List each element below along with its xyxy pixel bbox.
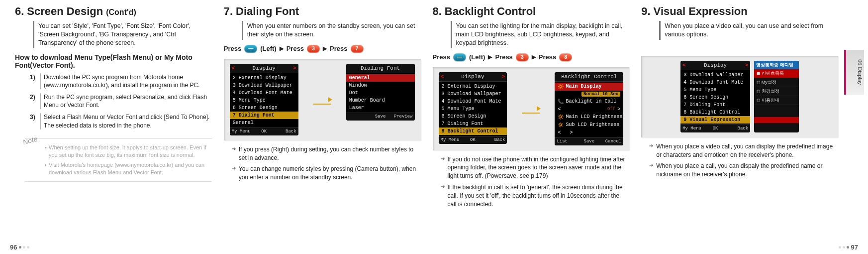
bullet-item: You can change numeric styles by pressin… — [232, 165, 421, 182]
bullet-item: If you do not use the phone with in the … — [441, 155, 630, 180]
key-3-icon: 3 — [307, 45, 320, 53]
menu-row: 📞 Backlight in Call — [555, 98, 623, 106]
phone-screen-display: <Display> 2 External Display 3 Download … — [230, 64, 298, 135]
option-row-selected: ◼ 컨텐츠목록 — [754, 69, 799, 78]
section-number: 9. — [641, 5, 650, 18]
page-dots-icon — [19, 246, 29, 249]
note-block: Note When setting up the font size, it a… — [25, 138, 212, 182]
section-6-subhead: How to download Menu Type(Flash Menu) or… — [15, 53, 212, 69]
phone-screen-backlight: Backlight Control 🔆 Main Display Normal·… — [555, 72, 623, 145]
note-item: Visit Motorola's homepage (www.mymotorol… — [45, 161, 212, 177]
menu-row-selected: 8 Backlight Control — [439, 127, 507, 135]
section-number: 6. — [15, 5, 24, 18]
bullet-item: When you place a video call, you can dis… — [649, 142, 838, 159]
phone-screen-options: 영상통화중 에디팅 ◼ 컨텐츠목록 ◻ My설정 ◻ 환경설정 ◻ 이용안내 — [754, 61, 799, 132]
page-number-right: 97 — [839, 244, 858, 251]
arrow-icon: ▶ — [488, 54, 492, 60]
phone-screenshot-pair: <Display> 2 External Display 3 Download … — [224, 59, 421, 140]
phone-screen-dialing-font: Dialing Font General Window Dot Number B… — [346, 64, 415, 121]
menu-row: Window — [346, 82, 415, 89]
menu-subrow: General — [230, 119, 298, 127]
menu-row: 3 Download Wallpaper — [680, 71, 750, 79]
menu-row: 4 Download Font Mate — [680, 79, 750, 86]
section-title-suffix: (Cont'd) — [106, 8, 136, 17]
step-2: Run the PC sync program, select Personal… — [30, 93, 212, 109]
arrow-icon: ▶ — [323, 45, 327, 52]
section-8-bullets: If you do not use the phone with in the … — [441, 155, 630, 209]
menu-row: 4 Download Font Mate — [230, 89, 298, 97]
menu-row: 6 Screen Design — [439, 113, 507, 120]
section-7-intro: When you enter numbers on the standby sc… — [242, 21, 421, 40]
section-title-text: Screen Design — [27, 5, 103, 18]
bullet-item: If the backlight in call is set to 'gene… — [441, 183, 630, 208]
section-title-text: Backlight Control — [445, 5, 536, 18]
menu-row: 🔆 Main LCD Brightness — [555, 113, 623, 121]
section-6-steps: Download the PC sync program from Motoro… — [15, 73, 212, 129]
page-number-left: 96 — [10, 244, 29, 251]
arrow-icon: ▶ — [532, 54, 536, 60]
page-dots-icon — [839, 246, 849, 249]
menu-row: 2 External Display — [230, 74, 298, 82]
section-6-intro: You can set 'Style', 'Font Type', 'Font … — [33, 21, 212, 48]
section-9-title: 9. Visual Expression — [641, 5, 838, 18]
menu-row: 7 Dialing Font — [439, 120, 507, 127]
arrow-icon — [313, 95, 331, 105]
section-9-intro: When you place a video call, you can use… — [659, 21, 838, 40]
menu-row: < > — [555, 129, 623, 136]
section-6-title: 6. Screen Design (Cont'd) — [15, 5, 212, 18]
phone-screen-display: <Display> 3 Download Wallpaper 4 Downloa… — [680, 61, 750, 132]
side-tab: 06 Display — [844, 50, 864, 95]
section-dialing-font: 7. Dialing Font When you enter numbers o… — [224, 5, 421, 211]
menu-row: Laser — [346, 104, 415, 112]
menu-row: 2 External Display — [439, 83, 507, 90]
menu-row: Dot — [346, 89, 415, 97]
bullet-item: When you place a call, you can dispaly t… — [649, 162, 838, 179]
phone-screen-display: <Display> 2 External Display 3 Download … — [439, 72, 507, 144]
menu-row: 3 Download Wallpaper — [230, 82, 298, 89]
menu-row: 🔅 Sub LCD Brightness — [555, 121, 623, 129]
menu-row: <Off> — [555, 106, 623, 113]
bullet-item: If you press (Right) during setting, you… — [232, 145, 421, 162]
menu-row: 5 Menu Type — [680, 86, 750, 94]
section-title-text: Visual Expression — [654, 5, 748, 18]
note-label: Note — [22, 134, 39, 147]
press-sequence: Press — (Left) ▶ Press 3 ▶ Press 7 — [224, 45, 421, 53]
menu-row: 8 Backlight Control — [680, 109, 750, 116]
section-backlight-control: 8. Backlight Control You can set the lig… — [433, 5, 630, 211]
section-8-title: 8. Backlight Control — [433, 5, 630, 18]
option-row: ◻ 환경설정 — [754, 87, 799, 96]
phone-screenshot-pair: <Display> 3 Download Wallpaper 4 Downloa… — [641, 56, 838, 137]
section-number: 7. — [224, 5, 233, 18]
key-7-icon: 7 — [351, 45, 364, 53]
note-item: When setting up the font size, it applys… — [45, 144, 212, 159]
menu-row: 5 Menu Type — [230, 97, 298, 104]
menu-row: 5 Menu Type — [439, 105, 507, 113]
option-row: ◻ My설정 — [754, 78, 799, 87]
section-screen-design: 6. Screen Design (Cont'd) You can set 'S… — [15, 5, 212, 211]
menu-row: 3 Download Wallpaper — [439, 90, 507, 98]
section-9-bullets: When you place a video call, you can dis… — [649, 142, 838, 179]
options-footer — [754, 117, 799, 123]
menu-row: 4 Download Font Mate — [439, 98, 507, 105]
press-sequence: Press — (Left) ▶ Press 3 ▶ Press 8 — [433, 53, 630, 61]
section-title-text: Dialing Font — [236, 5, 299, 18]
section-7-title: 7. Dialing Font — [224, 5, 421, 18]
menu-row: Normal·10 Sec — [555, 91, 623, 98]
arrow-icon — [522, 104, 540, 114]
menu-row-selected: 7 Dialing Font — [230, 112, 298, 119]
section-visual-expression: 9. Visual Expression When you place a vi… — [641, 5, 838, 211]
menu-row-selected: 🔆 Main Display — [555, 83, 623, 91]
softkey-icon: — — [453, 53, 466, 61]
options-header: 영상통화중 에디팅 — [754, 61, 799, 69]
key-3-icon: 3 — [516, 53, 529, 61]
section-8-intro: You can set the lighting for the main di… — [451, 21, 630, 48]
menu-row: Number Board — [346, 97, 415, 104]
step-1: Download the PC sync program from Motoro… — [30, 73, 212, 89]
key-8-icon: 8 — [559, 53, 572, 61]
step-3: Select a Flash Menu or Vector Font and c… — [30, 113, 212, 129]
menu-row: 6 Screen Design — [680, 94, 750, 101]
menu-row-selected: General — [346, 74, 415, 82]
section-number: 8. — [433, 5, 442, 18]
arrow-icon: ▶ — [280, 45, 284, 52]
menu-row-selected: 9 Visual Expression — [680, 116, 750, 124]
